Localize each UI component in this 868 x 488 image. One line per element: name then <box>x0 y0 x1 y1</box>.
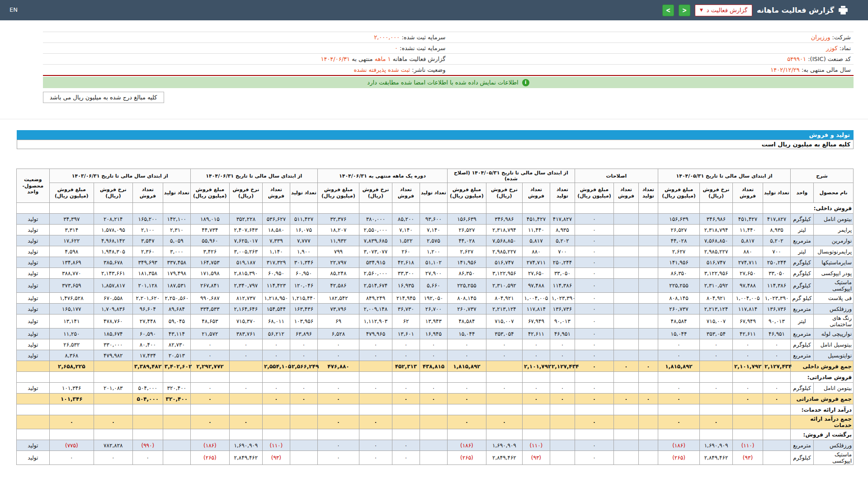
value-cell: ۰ <box>229 415 262 429</box>
value-cell: ۱۸۵,۶۷۴ <box>94 328 132 339</box>
value-cell <box>522 415 550 429</box>
section-row: برگشت از فروش: <box>16 429 853 440</box>
value-cell: ۱۷,۴۳۴ <box>132 350 163 361</box>
value-cell: ۹۳,۶۰۰ <box>420 214 447 225</box>
value-cell: ۱۶,۹۳۵ <box>392 279 420 293</box>
value-cell: ۰ <box>550 394 575 404</box>
value-cell: ۰ <box>447 350 486 361</box>
value-cell <box>763 415 791 429</box>
column-group-header: دوره یک ماهه منتهی به ۱۴۰۴/۰۶/۳۱ <box>317 169 447 183</box>
value-cell: ۳۳,۳۰۰ <box>392 268 420 279</box>
product-status: تولید <box>16 328 49 339</box>
section-label: برگشت از فروش: <box>791 429 854 440</box>
total-label: جمع فروش داخلی <box>791 361 854 372</box>
value-cell: ۱۸,۵۸۰ <box>262 225 290 235</box>
value-cell: ۱۱۴,۴۲۳ <box>262 279 290 293</box>
value-cell <box>638 304 658 314</box>
value-cell <box>613 314 638 328</box>
report-table-body: فروش داخلی:بیتومن اناملکیلوگرم۴۱۷,۸۲۷۴۵۱… <box>16 203 853 465</box>
value-cell <box>763 429 791 440</box>
value-cell <box>486 404 522 415</box>
value-cell: ۷۰۰ <box>550 246 575 257</box>
value-cell: ۳۶,۷۳۰ <box>392 304 420 314</box>
value-cell: ۰ <box>392 339 420 350</box>
value-cell: ۲۶۰,۷۳۷ <box>447 304 486 314</box>
value-cell: ۳۳۷,۴۵۸ <box>163 257 190 268</box>
value-cell: ۱,۸۱۵,۸۹۲ <box>658 361 699 372</box>
value-cell: ۰ <box>420 350 447 361</box>
info-row: شرکت: ورزیرانسرمایه ثبت شده: ۲,۰۰۰,۰۰۰ <box>43 32 854 43</box>
value-cell <box>700 394 733 404</box>
value-cell: ۹۶,۶۰۴ <box>132 304 163 314</box>
value-cell: ۵,۶۶۰ <box>420 279 447 293</box>
product-name: پودر ایپوکسی <box>814 268 854 279</box>
value-cell: ۲۲۵,۲۵۵ <box>447 279 486 293</box>
value-cell: ۴,۹۶۸,۱۴۲ <box>94 235 132 246</box>
language-switch[interactable]: EN <box>9 6 18 13</box>
value-cell: ۰ <box>763 339 791 350</box>
value-cell: ۷,۸۳۹,۶۸۵ <box>359 235 392 246</box>
value-cell: ۴۴,۷۳۴ <box>190 225 229 235</box>
printer-icon[interactable] <box>839 6 848 14</box>
value-cell <box>317 203 359 214</box>
report-type-dropdown[interactable]: گزارش فعالیت د ▼ <box>695 5 752 16</box>
value-cell: ۲,۴۰۷,۶۴۳ <box>229 225 262 235</box>
value-cell: ۱۱,۹۳۲ <box>317 235 359 246</box>
value-cell: ۴۵۲,۳۱۳ <box>392 361 420 372</box>
value-cell: ۰ <box>486 415 522 429</box>
value-cell: ۰ <box>392 394 420 404</box>
value-cell <box>763 203 791 214</box>
product-row: بیتومن اناملکیلوگرم۰۰۰۰۰۰۰۰۰۰۰۰۰۰۰۰۰۳۲۰,… <box>16 383 853 394</box>
value-cell <box>420 203 447 214</box>
prev-report-button[interactable]: > <box>662 5 674 16</box>
value-cell: ۲۲۵,۲۵۵ <box>658 279 699 293</box>
value-cell <box>94 429 132 440</box>
value-cell: ۶۰,۹۵۰ <box>290 268 317 279</box>
next-report-button[interactable]: < <box>679 5 690 16</box>
value-cell: ۲,۶۵۸,۲۲۵ <box>49 361 94 372</box>
value-cell: ۱۳۶,۷۳۶ <box>550 304 575 314</box>
value-cell <box>613 225 638 235</box>
value-cell: ۱,۲۰۰ <box>420 246 447 257</box>
value-cell: ۵,۸۱۷ <box>733 235 763 246</box>
value-cell <box>229 372 262 383</box>
info-cell-right: سال مالی منتهی به: ۱۴۰۲/۱۲/۲۹ <box>448 66 854 73</box>
value-cell: ۰ <box>392 440 420 451</box>
value-cell: ۳۱۷,۳۲۹ <box>262 257 290 268</box>
value-cell: ۰ <box>658 394 699 404</box>
value-cell: ۲,۳۴۰,۷۹۷ <box>229 279 262 293</box>
product-unit: مترمربع <box>791 235 814 246</box>
value-cell: ۱۹۲,۰۵۰ <box>420 293 447 304</box>
value-cell: ۰ <box>575 268 613 279</box>
value-cell: ۱,۶۹۰,۹۰۹ <box>486 440 522 451</box>
value-cell <box>613 383 638 394</box>
value-cell: ۱۵۶,۶۳۹ <box>658 214 699 225</box>
info-value: ۲,۰۰۰,۰۰۰ <box>374 34 401 41</box>
value-cell: ۰ <box>550 350 575 361</box>
value-cell: ۱,۰۲۳,۳۹۰ <box>550 293 575 304</box>
value-cell <box>638 279 658 293</box>
value-cell: ۵,۲۰۲ <box>550 235 575 246</box>
value-cell: ۴۶,۹۵۱ <box>550 328 575 339</box>
column-header: مبلغ فروش (میلیون ریال) <box>317 183 359 203</box>
value-cell: ۰ <box>317 415 359 429</box>
value-cell: ۰ <box>317 440 359 451</box>
value-cell <box>392 415 420 429</box>
value-cell <box>447 203 486 214</box>
value-cell: ۸۹,۶۸۴ <box>163 304 190 314</box>
value-cell <box>132 372 163 383</box>
product-name: پرایمرنوتوبسال <box>814 246 854 257</box>
value-cell: ۰ <box>49 415 94 429</box>
column-header: نرخ فروش (ریال) <box>94 183 132 203</box>
value-cell: ۱,۵۷۸,۰۹۵ <box>94 225 132 235</box>
value-cell: ۵۱,۱۰۲ <box>420 257 447 268</box>
value-cell: ۰ <box>575 350 613 361</box>
product-name: نوایتوبسیل <box>814 350 854 361</box>
info-label: سرمایه ثبت نشده: <box>400 45 445 52</box>
value-cell: ۵۳۶,۶۲۷ <box>262 214 290 225</box>
value-cell: ۰ <box>575 415 613 429</box>
value-cell: ۳۳,۰۵۰ <box>550 268 575 279</box>
value-cell <box>290 429 317 440</box>
value-cell <box>638 350 658 361</box>
column-header: مبلغ فروش (میلیون ریال) <box>49 183 94 203</box>
